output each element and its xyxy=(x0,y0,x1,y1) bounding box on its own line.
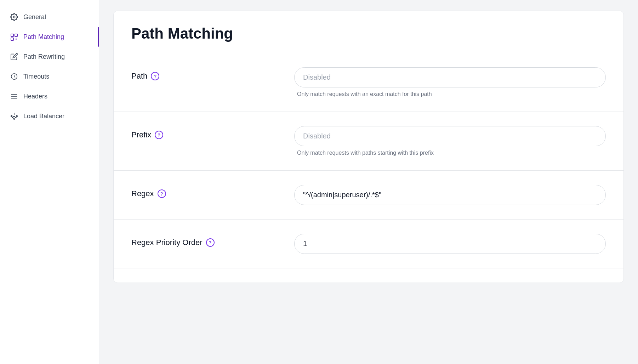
form-row-regex: Regex ? xyxy=(131,171,606,219)
sidebar: General Path Matching Path Rewriting xyxy=(0,0,99,364)
content-card: Path Matching Path ? Only match requests… xyxy=(113,11,624,283)
svg-point-0 xyxy=(13,16,15,18)
sidebar-item-timeouts[interactable]: Timeouts xyxy=(0,67,99,86)
sidebar-item-load-balancer[interactable]: Load Balancer xyxy=(0,106,99,126)
regex-input[interactable] xyxy=(294,185,606,205)
sidebar-item-label: General xyxy=(23,13,46,21)
sidebar-item-label: Path Rewriting xyxy=(23,53,65,61)
field-label-regex: Regex xyxy=(131,189,154,198)
regex-help-icon[interactable]: ? xyxy=(158,189,166,198)
sidebar-item-path-matching[interactable]: Path Matching xyxy=(0,27,99,47)
sidebar-item-general[interactable]: General xyxy=(0,7,99,27)
field-label-group-prefix: Prefix ? xyxy=(131,126,280,140)
form-row-regex-priority: Regex Priority Order ? xyxy=(131,220,606,268)
sidebar-item-label: Load Balancer xyxy=(23,113,64,120)
field-label-group-regex: Regex ? xyxy=(131,185,280,198)
divider-4 xyxy=(114,268,623,268)
svg-point-9 xyxy=(13,118,15,120)
main-content: Path Matching Path ? Only match requests… xyxy=(99,0,638,364)
path-matching-icon xyxy=(10,33,18,41)
sidebar-item-label: Path Matching xyxy=(23,33,64,41)
regex-priority-input[interactable] xyxy=(294,234,606,254)
field-input-group-regex xyxy=(294,185,606,205)
sidebar-item-path-rewriting[interactable]: Path Rewriting xyxy=(0,47,99,67)
list-icon xyxy=(10,92,18,101)
svg-rect-2 xyxy=(15,34,17,36)
form-row-prefix: Prefix ? Only match requests with paths … xyxy=(131,112,606,170)
field-input-group-regex-priority xyxy=(294,234,606,254)
field-label-prefix: Prefix xyxy=(131,130,151,140)
load-balancer-icon xyxy=(10,112,18,120)
field-input-group-path: Only match requests with an exact match … xyxy=(294,67,606,97)
regex-priority-help-icon[interactable]: ? xyxy=(206,238,215,247)
pen-icon xyxy=(10,52,18,61)
field-input-group-prefix: Only match requests with paths starting … xyxy=(294,126,606,156)
svg-rect-3 xyxy=(11,38,13,40)
field-label-regex-priority: Regex Priority Order xyxy=(131,238,203,247)
field-label-path: Path xyxy=(131,72,147,81)
page-title: Path Matching xyxy=(131,25,606,42)
prefix-help-icon[interactable]: ? xyxy=(155,131,163,139)
prefix-hint: Only match requests with paths starting … xyxy=(294,150,606,156)
gear-icon xyxy=(10,13,18,21)
clock-icon xyxy=(10,72,18,81)
svg-rect-1 xyxy=(11,34,13,36)
field-label-group-regex-priority: Regex Priority Order ? xyxy=(131,234,280,247)
sidebar-item-label: Timeouts xyxy=(23,73,49,80)
sidebar-item-label: Headers xyxy=(23,93,47,100)
path-hint: Only match requests with an exact match … xyxy=(294,91,606,97)
field-label-group-path: Path ? xyxy=(131,67,280,81)
form-row-path: Path ? Only match requests with an exact… xyxy=(131,53,606,112)
path-help-icon[interactable]: ? xyxy=(151,72,159,80)
sidebar-item-headers[interactable]: Headers xyxy=(0,86,99,106)
path-input[interactable] xyxy=(294,67,606,87)
prefix-input[interactable] xyxy=(294,126,606,146)
